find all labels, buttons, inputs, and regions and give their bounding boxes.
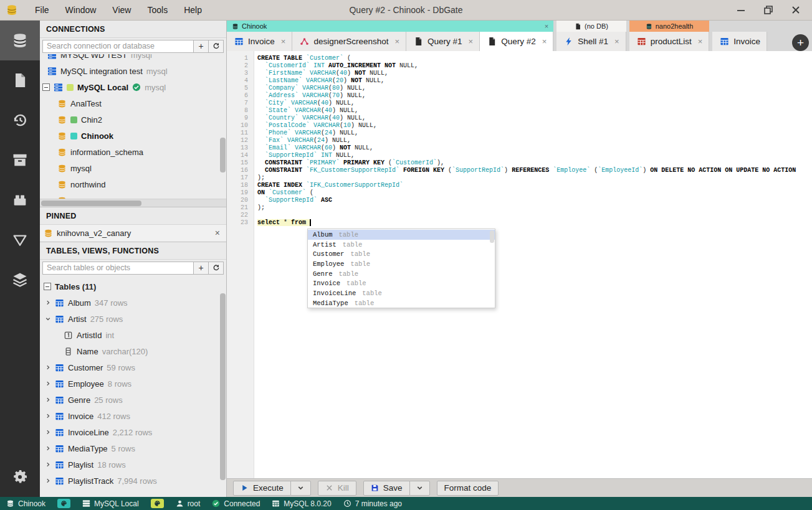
pinned-item[interactable]: knihovna_v2_canary × [40,225,226,241]
menu-window[interactable]: Window [57,0,105,21]
rail-item-settings[interactable] [0,457,40,497]
theme-palette-chip[interactable] [57,499,70,508]
add-connection-button[interactable]: + [194,40,209,53]
table-item[interactable]: PlaylistTrack 7,994 rows [40,473,226,489]
table-item[interactable]: Employee 8 rows [40,375,226,392]
autocomplete-item[interactable]: Artist table [308,240,495,250]
format-code-button[interactable]: Format code [437,481,499,496]
collapse-box-icon[interactable] [42,83,50,91]
add-table-button[interactable]: + [194,262,209,275]
tab-shell-1[interactable]: Shell #1 × [556,32,626,51]
autocomplete-item[interactable]: Invoice table [308,278,495,288]
connection-item[interactable]: MySQL integration testmysql [40,63,226,79]
save-button[interactable]: Save [363,481,410,496]
save-dropdown-button[interactable] [409,481,430,496]
tab-designerscreenshot[interactable]: designerScreenshot × [292,32,406,51]
execute-button[interactable]: Execute [233,481,291,496]
connections-search-input[interactable] [42,40,194,53]
rail-item-file[interactable] [0,60,40,100]
tab-group-header[interactable]: (no DB) [556,21,626,32]
rail-item-archive[interactable] [0,140,40,180]
tab-close-icon[interactable]: × [469,37,474,46]
new-tab-button[interactable]: + [792,34,809,51]
collapse-box-icon[interactable] [44,283,51,290]
column-item[interactable]: ArtistId int [40,327,226,343]
tab-group-header[interactable]: nano2health [629,21,710,32]
chevron-right-icon[interactable] [45,364,51,371]
rail-item-query-designer[interactable] [0,220,40,260]
autocomplete-item[interactable]: Employee table [308,259,495,269]
database-item[interactable]: Chinook [40,128,226,144]
table-item[interactable]: Playlist 18 rows [40,456,226,473]
code-line: `Address` VARCHAR(70) NULL, [257,92,812,100]
close-button[interactable] [791,5,801,15]
connections-vertical-scrollbar[interactable] [220,138,226,172]
connection-item[interactable]: MYSQL WD TESTmysql [40,54,226,63]
unpin-close-icon[interactable]: × [215,228,226,238]
database-item[interactable]: Chin2 [40,111,226,128]
autocomplete-item[interactable]: Album table [308,230,495,240]
table-item[interactable]: Genre 25 rows [40,392,226,408]
table-item[interactable]: Invoice 412 rows [40,408,226,424]
table-item[interactable]: Artist 275 rows [40,311,226,327]
rail-item-plugins[interactable] [0,180,40,220]
refresh-tables-button[interactable] [209,262,224,275]
tab-close-icon[interactable]: × [614,37,619,46]
tables-search-input[interactable] [42,262,194,275]
menu-file[interactable]: File [27,0,57,21]
tab-close-icon[interactable]: × [394,37,399,46]
column-item[interactable]: Name varchar(120) [40,343,226,359]
menu-help[interactable]: Help [176,0,210,21]
autocomplete-item[interactable]: Customer table [308,249,495,259]
database-item[interactable] [40,192,226,199]
chevron-right-icon[interactable] [45,478,51,484]
chevron-down-icon[interactable] [45,316,51,322]
refresh-connections-button[interactable] [209,40,224,53]
autocomplete-item[interactable]: MediaType table [308,298,495,308]
tab-query-1[interactable]: Query #1 × [406,32,480,51]
connection-item[interactable]: MySQL Localmysql [40,79,226,95]
database-item[interactable]: mysql [40,160,226,176]
chevron-right-icon[interactable] [45,445,51,451]
rail-item-layers[interactable] [0,260,40,300]
theme-palette-chip[interactable] [151,499,164,508]
menu-tools[interactable]: Tools [139,0,176,21]
chevron-right-icon[interactable] [45,380,51,387]
tab-group-header[interactable] [712,21,767,32]
table-item[interactable]: Customer 59 rows [40,359,226,375]
minimize-button[interactable] [736,5,746,15]
tab-invoice[interactable]: Invoice [712,32,767,51]
database-item[interactable]: northwind [40,176,226,192]
table-item[interactable]: Album 347 rows [40,295,226,311]
chevron-right-icon[interactable] [45,397,51,403]
tables-vertical-scrollbar[interactable] [220,293,226,480]
rail-item-database[interactable] [0,21,40,60]
chevron-right-icon[interactable] [45,461,51,468]
chevron-right-icon[interactable] [45,413,51,419]
tab-close-icon[interactable]: × [281,37,286,46]
autocomplete-scrollbar[interactable] [490,230,494,243]
autocomplete-item[interactable]: Genre table [308,269,495,279]
tab-group-header[interactable]: Chinook× [227,21,553,32]
chevron-right-icon[interactable] [45,300,51,306]
tab-query-2[interactable]: Query #2 × [480,32,553,51]
database-item[interactable]: AnalTest [40,95,226,111]
autocomplete-item[interactable]: InvoiceLine table [308,288,495,298]
tab-productlist[interactable]: productList × [629,32,710,51]
table-item[interactable]: MediaType 5 rows [40,440,226,456]
rail-item-history[interactable] [0,100,40,140]
group-close-icon[interactable]: × [545,22,548,30]
sql-editor[interactable]: 1234567891011121314151617181920212223 CR… [227,51,812,478]
connections-horizontal-scrollbar[interactable] [40,199,226,207]
line-number: 5 [227,85,254,92]
table-item[interactable]: InvoiceLine 2,212 rows [40,424,226,440]
execute-dropdown-button[interactable] [290,481,311,496]
menu-view[interactable]: View [104,0,139,21]
tab-close-icon[interactable]: × [698,37,703,46]
tree-root-tables[interactable]: Tables (11) [40,278,226,295]
tab-close-icon[interactable]: × [542,37,547,46]
restore-button[interactable] [763,5,773,15]
tab-invoice[interactable]: Invoice × [227,32,292,51]
chevron-right-icon[interactable] [45,429,51,435]
database-item[interactable]: information_schema [40,144,226,160]
